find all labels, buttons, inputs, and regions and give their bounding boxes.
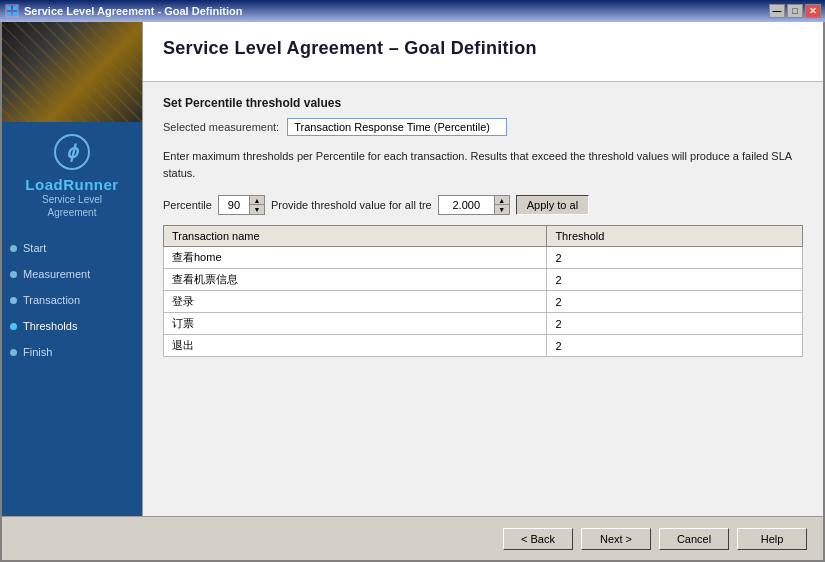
- sidebar-image: [2, 22, 142, 122]
- col-header-threshold: Threshold: [547, 226, 803, 247]
- measurement-value: Transaction Response Time (Percentile): [287, 118, 507, 136]
- nav-dot: [10, 297, 17, 304]
- nav-item-label: Thresholds: [23, 320, 77, 332]
- percentile-spinner[interactable]: ▲ ▼: [218, 195, 265, 215]
- svg-rect-1: [7, 6, 11, 10]
- measurement-row: Selected measurement: Transaction Respon…: [163, 118, 803, 136]
- threshold-down-button[interactable]: ▼: [495, 205, 509, 214]
- table-row: 查看机票信息2: [164, 269, 803, 291]
- hp-logo-area: ϕ LoadRunner Service Level Agreement: [2, 122, 142, 227]
- sidebar: ϕ LoadRunner Service Level Agreement Sta…: [2, 22, 142, 516]
- table-row: 退出2: [164, 335, 803, 357]
- title-bar-icon: [4, 3, 20, 19]
- nav-item-label: Start: [23, 242, 46, 254]
- transaction-name-cell: 查看home: [164, 247, 547, 269]
- content-header: Service Level Agreement – Goal Definitio…: [143, 22, 823, 82]
- threshold-spin-buttons: ▲ ▼: [494, 196, 509, 214]
- page-title: Service Level Agreement – Goal Definitio…: [163, 38, 803, 59]
- threshold-cell: 2: [547, 269, 803, 291]
- nav-item-label: Finish: [23, 346, 52, 358]
- nav-item-label: Measurement: [23, 268, 90, 280]
- threshold-cell: 2: [547, 313, 803, 335]
- nav-item-start[interactable]: Start: [2, 235, 142, 261]
- nav-dot: [10, 245, 17, 252]
- cancel-button[interactable]: Cancel: [659, 528, 729, 550]
- transaction-name-cell: 退出: [164, 335, 547, 357]
- close-button[interactable]: ✕: [805, 4, 821, 18]
- percentile-up-button[interactable]: ▲: [250, 196, 264, 205]
- section-title: Set Percentile threshold values: [163, 96, 803, 110]
- hp-logo-letter: ϕ: [66, 141, 78, 163]
- nav-item-transaction[interactable]: Transaction: [2, 287, 142, 313]
- measurement-label: Selected measurement:: [163, 121, 279, 133]
- transaction-name-cell: 订票: [164, 313, 547, 335]
- content-body: Set Percentile threshold values Selected…: [143, 82, 823, 516]
- threshold-up-button[interactable]: ▲: [495, 196, 509, 205]
- main-content: ϕ LoadRunner Service Level Agreement Sta…: [2, 22, 823, 516]
- minimize-button[interactable]: —: [769, 4, 785, 18]
- table-row: 登录2: [164, 291, 803, 313]
- percentile-label: Percentile: [163, 199, 212, 211]
- transaction-name-cell: 查看机票信息: [164, 269, 547, 291]
- brand-name: LoadRunner: [25, 176, 118, 193]
- percentile-spin-buttons: ▲ ▼: [249, 196, 264, 214]
- threshold-cell: 2: [547, 291, 803, 313]
- transactions-table: Transaction name Threshold 查看home2查看机票信息…: [163, 225, 803, 357]
- footer: < Back Next > Cancel Help: [2, 516, 823, 560]
- percentile-input[interactable]: [219, 198, 249, 212]
- nav-dot: [10, 271, 17, 278]
- nav-dot: [10, 349, 17, 356]
- col-header-name: Transaction name: [164, 226, 547, 247]
- title-bar-text: Service Level Agreement - Goal Definitio…: [24, 5, 769, 17]
- controls-row: Percentile ▲ ▼ Provide threshold value f…: [163, 195, 803, 215]
- table-row: 订票2: [164, 313, 803, 335]
- help-button[interactable]: Help: [737, 528, 807, 550]
- nav-items: StartMeasurementTransactionThresholdsFin…: [2, 235, 142, 365]
- nav-item-label: Transaction: [23, 294, 80, 306]
- nav-item-thresholds[interactable]: Thresholds: [2, 313, 142, 339]
- transaction-name-cell: 登录: [164, 291, 547, 313]
- hp-logo: ϕ: [54, 134, 90, 170]
- back-button[interactable]: < Back: [503, 528, 573, 550]
- nav-item-measurement[interactable]: Measurement: [2, 261, 142, 287]
- threshold-cell: 2: [547, 247, 803, 269]
- table-row: 查看home2: [164, 247, 803, 269]
- next-button[interactable]: Next >: [581, 528, 651, 550]
- threshold-input[interactable]: [439, 198, 494, 212]
- nav-item-finish[interactable]: Finish: [2, 339, 142, 365]
- brand-subtitle: Service Level Agreement: [38, 193, 106, 219]
- svg-rect-3: [7, 12, 11, 16]
- title-bar-buttons: — □ ✕: [769, 4, 821, 18]
- main-window: ϕ LoadRunner Service Level Agreement Sta…: [0, 22, 825, 562]
- percentile-down-button[interactable]: ▼: [250, 205, 264, 214]
- description-text: Enter maximum thresholds per Percentile …: [163, 148, 803, 181]
- threshold-cell: 2: [547, 335, 803, 357]
- threshold-spinner[interactable]: ▲ ▼: [438, 195, 510, 215]
- svg-rect-4: [13, 12, 17, 16]
- maximize-button[interactable]: □: [787, 4, 803, 18]
- threshold-prompt-label: Provide threshold value for all tre: [271, 199, 432, 211]
- content-panel: Service Level Agreement – Goal Definitio…: [142, 22, 823, 516]
- apply-to-all-button[interactable]: Apply to al: [516, 195, 589, 215]
- svg-rect-2: [13, 6, 17, 10]
- title-bar: Service Level Agreement - Goal Definitio…: [0, 0, 825, 22]
- nav-dot: [10, 323, 17, 330]
